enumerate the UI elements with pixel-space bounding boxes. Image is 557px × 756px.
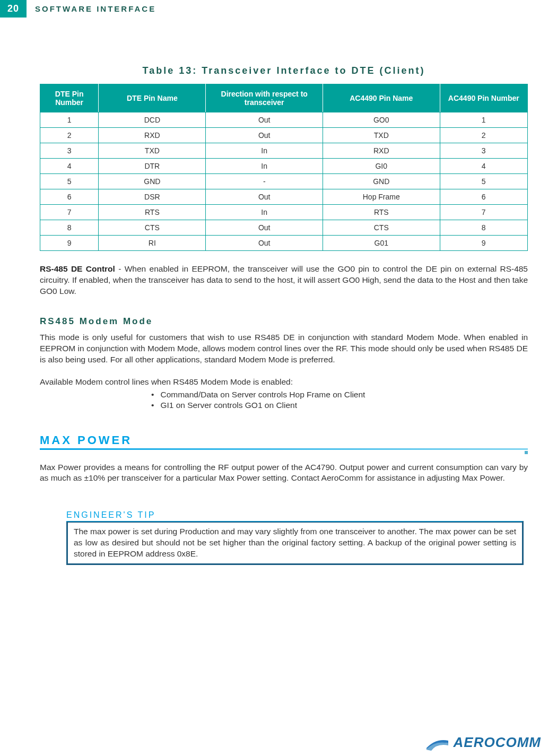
table-cell: DCD: [99, 112, 206, 128]
col-header-dte-pin-number: DTE Pin Number: [40, 84, 99, 112]
brand-logo: AEROCOMM: [425, 733, 541, 752]
table-cell: In: [206, 143, 323, 159]
table-row: 5GND-GND5: [40, 174, 528, 189]
table-cell: DTR: [99, 159, 206, 174]
col-header-ac4490-pin-name: AC4490 Pin Name: [323, 84, 440, 112]
modem-control-lines-intro: Available Modem control lines when RS485…: [40, 377, 528, 387]
table-row: 6DSROutHop Frame6: [40, 189, 528, 205]
table-cell: GI0: [323, 159, 440, 174]
table-row: 2RXDOutTXD2: [40, 128, 528, 143]
heading-underline: [40, 448, 528, 454]
table-cell: 4: [440, 159, 527, 174]
table-cell: GND: [323, 174, 440, 189]
table-cell: Out: [206, 236, 323, 251]
table-cell: 3: [40, 143, 99, 159]
table-cell: 1: [40, 112, 99, 128]
swoosh-icon: [425, 733, 449, 752]
table-cell: 2: [440, 128, 527, 143]
table-cell: 8: [440, 220, 527, 236]
table-cell: 6: [40, 189, 99, 205]
table-cell: 5: [40, 174, 99, 189]
table-cell: 7: [40, 205, 99, 220]
table-cell: 1: [440, 112, 527, 128]
table-row: 7RTSInRTS7: [40, 205, 528, 220]
table-cell: G01: [323, 236, 440, 251]
col-header-direction: Direction with respect to transceiver: [206, 84, 323, 112]
table-cell: 7: [440, 205, 527, 220]
table-cell: In: [206, 159, 323, 174]
table-cell: RTS: [99, 205, 206, 220]
table-cell: RXD: [323, 143, 440, 159]
table-row: 3TXDInRXD3: [40, 143, 528, 159]
table-cell: Out: [206, 112, 323, 128]
table-cell: 3: [440, 143, 527, 159]
table-row: 8CTSOutCTS8: [40, 220, 528, 236]
rs485-de-control-term: RS-485 DE Control: [40, 264, 115, 273]
table-row: 9RIOutG019: [40, 236, 528, 251]
table-cell: 6: [440, 189, 527, 205]
transceiver-interface-table: DTE Pin Number DTE Pin Name Direction wi…: [40, 84, 528, 251]
table-cell: 9: [40, 236, 99, 251]
engineers-tip-box: The max power is set during Production a…: [66, 521, 524, 565]
table-cell: Hop Frame: [323, 189, 440, 205]
list-item: GI1 on Server controls GO1 on Client: [151, 401, 528, 410]
col-header-ac4490-pin-number: AC4490 Pin Number: [440, 84, 527, 112]
table-cell: TXD: [323, 128, 440, 143]
table-cell: 9: [440, 236, 527, 251]
rs485-modem-mode-paragraph: This mode is only useful for customers t…: [40, 332, 528, 366]
table-cell: RI: [99, 236, 206, 251]
table-cell: RTS: [323, 205, 440, 220]
table-row: 4DTRInGI04: [40, 159, 528, 174]
table-cell: 5: [440, 174, 527, 189]
col-header-dte-pin-name: DTE Pin Name: [99, 84, 206, 112]
max-power-heading: MAX POWER: [40, 433, 528, 447]
list-item: Command/Data on Server controls Hop Fram…: [151, 390, 528, 399]
section-header: SOFTWARE INTERFACE: [35, 4, 156, 13]
table-cell: Out: [206, 189, 323, 205]
engineers-tip-text: The max power is set during Production a…: [68, 523, 522, 563]
table-cell: Out: [206, 128, 323, 143]
table-cell: 4: [40, 159, 99, 174]
max-power-paragraph: Max Power provides a means for controlli…: [40, 462, 528, 484]
table-cell: CTS: [323, 220, 440, 236]
table-cell: CTS: [99, 220, 206, 236]
modem-control-lines-list: Command/Data on Server controls Hop Fram…: [151, 390, 528, 410]
table-cell: -: [206, 174, 323, 189]
table-cell: In: [206, 205, 323, 220]
table-cell: DSR: [99, 189, 206, 205]
rs485-modem-mode-heading: RS485 Modem Mode: [40, 316, 528, 327]
table-title: Table 13: Transceiver Interface to DTE (…: [40, 65, 528, 76]
page-number-tab: 20: [0, 0, 27, 18]
table-cell: 8: [40, 220, 99, 236]
table-cell: 2: [40, 128, 99, 143]
table-cell: GO0: [323, 112, 440, 128]
table-cell: RXD: [99, 128, 206, 143]
table-cell: Out: [206, 220, 323, 236]
engineers-tip-heading: ENGINEER'S TIP: [66, 510, 523, 522]
rs485-de-control-paragraph: RS-485 DE Control - When enabled in EEPR…: [40, 264, 528, 297]
page-header: 20 SOFTWARE INTERFACE: [0, 0, 557, 18]
brand-logo-text: AEROCOMM: [454, 734, 541, 751]
table-cell: TXD: [99, 143, 206, 159]
table-row: 1DCDOutGO01: [40, 112, 528, 128]
table-cell: GND: [99, 174, 206, 189]
